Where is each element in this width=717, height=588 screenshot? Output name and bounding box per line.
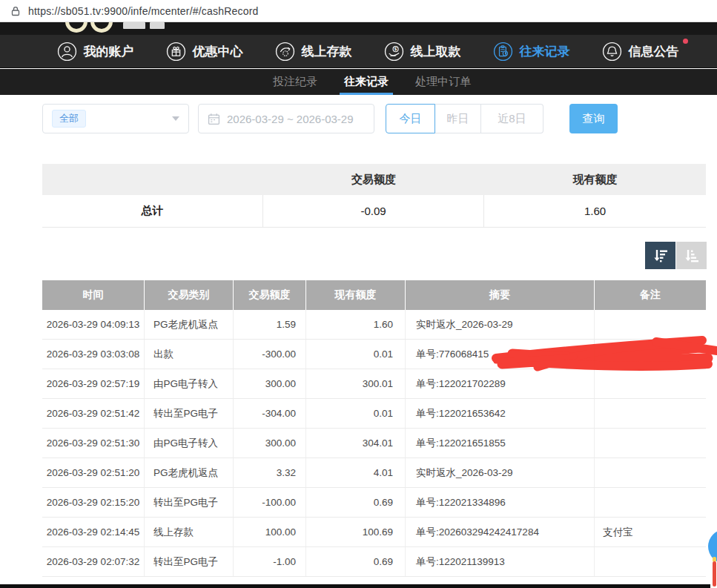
cell-note [595,369,706,398]
today-button[interactable]: 今日 [386,104,435,133]
cell-summary: 单号:776068415 [406,340,595,369]
cell-balance: 0.69 [306,547,406,576]
nav-label: 优惠中心 [193,43,243,60]
col-header-time: 时间 [42,280,145,310]
cell-amount: 100.00 [234,518,306,546]
cell-amount: 1.59 [234,310,306,339]
last-8-days-button[interactable]: 近8日 [481,104,543,133]
cell-type: 出款 [145,340,234,369]
cell-balance: 304.01 [306,429,406,457]
cell-summary: 单号:122021334896 [406,488,595,517]
url-text[interactable]: https://sb051.tv:9900/infe/mcenter/#/cas… [28,5,259,17]
sort-ascending-button[interactable] [676,242,707,269]
records-icon [493,42,513,62]
cell-time: 2026-03-29 02:51:42 [42,399,145,428]
type-select[interactable]: 全部 [42,104,189,133]
table-row: 2026-03-29 02:57:19 由PG电子转入 300.00 300.0… [42,369,706,399]
table-row: 2026-03-29 04:09:13 PG老虎机返点 1.59 1.60 实时… [42,310,706,340]
table-row: 2026-03-29 02:51:42 转出至PG电子 -304.00 0.01… [42,399,706,429]
cell-type: 由PG电子转入 [145,429,234,457]
selected-type-tag[interactable]: 全部 [52,110,86,128]
col-header-balance: 现有额度 [306,280,406,310]
tab-transaction-records[interactable]: 往来记录 [343,69,390,95]
button-label: 昨日 [447,112,469,126]
cell-summary: 单号:202603294242417284 [406,518,595,546]
table-row: 2026-03-29 02:07:32 转出至PG电子 -1.00 0.69 单… [42,547,706,577]
browser-url-bar[interactable]: https://sb051.tv:9900/infe/mcenter/#/cas… [0,0,717,22]
summary-header-row: 交易额度 现有额度 [42,164,706,195]
sort-descending-button[interactable] [645,242,675,269]
notification-dot [683,39,688,44]
date-range-value[interactable]: 2026-03-29 ~ 2026-03-29 [227,113,354,125]
nav-label: 往来记录 [520,43,570,60]
table-row: 2026-03-29 02:15:20 转出至PG电子 -100.00 0.69… [42,488,706,518]
tab-label: 处理中订单 [415,75,471,87]
nav-item-transaction-records[interactable]: 往来记录 [493,42,570,62]
main-nav: 我的账户 优惠中心 线上存款 [0,35,717,68]
sub-tabs: 投注纪录 往来记录 处理中订单 [0,69,717,95]
cell-time: 2026-03-29 03:03:08 [42,340,145,369]
tab-pending-orders[interactable]: 处理中订单 [414,69,472,95]
yesterday-button[interactable]: 昨日 [435,104,481,133]
summary-balance-total: 1.60 [484,195,706,227]
gift-icon [166,42,186,62]
cell-type: PG老虎机返点 [145,458,234,487]
cash-record-page: https://sb051.tv:9900/infe/mcenter/#/cas… [0,0,717,588]
cell-type: 由PG电子转入 [145,369,234,398]
cell-time: 2026-03-29 02:51:30 [42,429,145,457]
calendar-icon [208,113,220,125]
nav-item-announcements[interactable]: 信息公告 [602,42,679,62]
cell-amount: -1.00 [234,547,306,576]
table-row: 2026-03-29 02:14:45 线上存款 100.00 100.69 单… [42,518,706,547]
summary-total-label: 总计 [42,195,263,227]
cell-time: 2026-03-29 04:09:13 [42,310,145,339]
chevron-down-icon [172,116,179,121]
col-header-note: 备注 [595,280,706,310]
quick-date-buttons: 今日 昨日 近8日 [386,104,543,133]
logo-fragment [150,22,165,29]
cell-type: 线上存款 [145,518,234,546]
nav-label: 我的账户 [84,43,134,60]
col-header-amount: 交易额度 [234,280,306,310]
nav-item-promotions[interactable]: 优惠中心 [166,42,243,62]
summary-header-balance: 现有额度 [484,164,706,195]
sort-descending-icon [652,247,670,265]
records-table: 时间 交易类别 交易额度 现有额度 摘要 备注 2026-03-29 04:09… [42,280,706,577]
cell-type: PG老虎机返点 [145,310,234,339]
deposit-icon [275,42,295,62]
floating-widget-fragment [713,561,716,587]
tab-label: 投注纪录 [273,75,317,87]
cell-amount: -100.00 [234,488,306,517]
svg-text:$: $ [394,47,397,51]
date-range-input[interactable]: 2026-03-29 ~ 2026-03-29 [198,104,374,133]
cell-note [595,340,706,369]
bottom-bar [0,584,710,588]
summary-header-trade: 交易额度 [263,164,484,195]
tab-bet-records[interactable]: 投注纪录 [271,69,319,95]
sort-controls [645,242,707,269]
cell-note: 支付宝 [595,518,706,546]
button-label: 近8日 [498,112,526,126]
cell-time: 2026-03-29 02:15:20 [42,488,145,517]
nav-label: 线上取款 [411,43,461,60]
nav-item-my-account[interactable]: 我的账户 [57,42,134,62]
cell-time: 2026-03-29 02:57:19 [42,369,145,398]
cell-balance: 100.69 [306,518,406,546]
logo-fragment [90,22,113,33]
query-button[interactable]: 查询 [569,104,618,133]
table-row: 2026-03-29 02:51:30 由PG电子转入 300.00 304.0… [42,429,706,458]
sort-ascending-icon [683,247,701,265]
cell-balance: 0.01 [306,399,406,428]
cell-amount: 300.00 [234,429,306,457]
summary-header-empty [42,164,263,195]
nav-label: 信息公告 [629,43,679,60]
nav-item-online-deposit[interactable]: 线上存款 [275,42,352,62]
nav-item-online-withdrawal[interactable]: $ 线上取款 [384,42,461,62]
cell-summary: 单号:122021653642 [406,399,595,428]
col-header-type: 交易类别 [145,280,234,310]
summary-total-row: 总计 -0.09 1.60 [42,195,706,228]
button-label: 今日 [400,112,422,126]
logo-fragment [123,22,145,29]
cell-amount: -304.00 [234,399,306,428]
cell-balance: 0.01 [306,340,406,369]
